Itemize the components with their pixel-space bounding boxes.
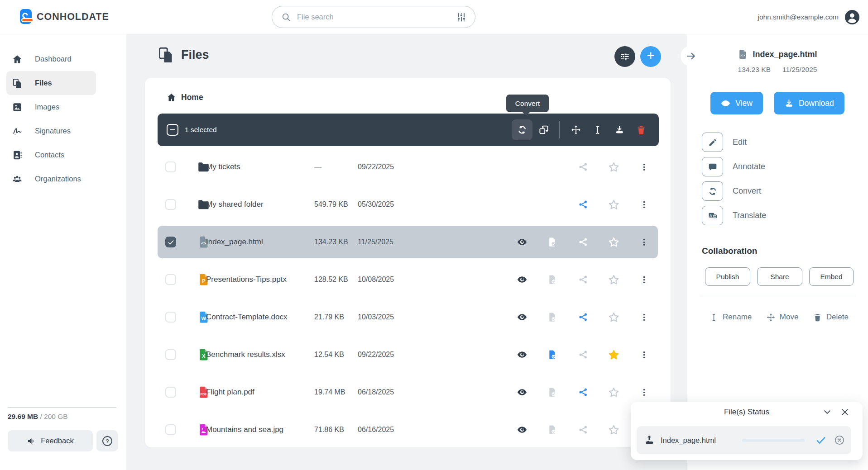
table-row[interactable]: My tickets—09/22/2025 xyxy=(158,151,658,183)
favorite-button[interactable] xyxy=(604,383,623,401)
details-actions: EditAnnotateConvertATranslate xyxy=(702,133,868,225)
favorite-button[interactable] xyxy=(604,233,623,251)
table-row[interactable]: WContract-Template.docx21.79 KB10/03/202… xyxy=(158,301,658,333)
table-row[interactable]: XBenchmark results.xlsx12.54 KB09/22/202… xyxy=(158,338,658,371)
share-button[interactable] xyxy=(574,421,592,439)
edit-action[interactable]: Edit xyxy=(702,133,868,152)
view-button[interactable]: View xyxy=(710,92,763,114)
share-button[interactable] xyxy=(574,233,592,251)
row-checkbox[interactable] xyxy=(165,387,176,398)
collapse-panel-button[interactable] xyxy=(681,46,701,66)
table-row[interactable]: PDFFlight plan.pdf19.74 MB06/18/2025 xyxy=(158,376,658,408)
favorite-button[interactable] xyxy=(604,308,623,326)
translate-action-box[interactable]: A xyxy=(702,206,723,225)
merge-tool-button[interactable] xyxy=(533,119,554,140)
row-checkbox[interactable] xyxy=(165,237,176,247)
cancel-upload-icon[interactable] xyxy=(834,435,845,446)
select-all-checkbox[interactable] xyxy=(167,124,178,136)
file-check-button[interactable] xyxy=(543,346,561,364)
translate-action[interactable]: ATranslate xyxy=(702,206,868,225)
add-button[interactable]: + xyxy=(640,46,661,67)
row-checkbox[interactable] xyxy=(165,274,176,285)
row-menu-button[interactable] xyxy=(635,383,653,401)
storage-total: / 200 GB xyxy=(38,413,67,420)
sidebar-item-images[interactable]: Images xyxy=(6,95,96,119)
row-menu-button[interactable] xyxy=(635,346,653,364)
move-tool-button[interactable] xyxy=(566,119,586,140)
favorite-button[interactable] xyxy=(604,195,623,214)
convert-tool-button[interactable] xyxy=(512,119,532,140)
share-button[interactable]: Share xyxy=(757,267,802,286)
feedback-button[interactable]: Feedback xyxy=(8,430,93,451)
row-menu-button[interactable] xyxy=(635,233,653,251)
breadcrumb[interactable]: Home xyxy=(167,93,203,102)
favorite-button[interactable] xyxy=(604,158,623,176)
delete-tool-button[interactable] xyxy=(631,119,652,140)
favorite-button[interactable] xyxy=(604,271,623,289)
file-check-button[interactable] xyxy=(543,383,561,401)
delete-icon xyxy=(636,125,646,135)
convert-action-box[interactable] xyxy=(702,181,723,201)
file-check-button[interactable] xyxy=(543,308,561,326)
annotate-action[interactable]: Annotate xyxy=(702,157,868,176)
share-button[interactable] xyxy=(574,346,592,364)
share-button[interactable] xyxy=(574,383,592,401)
favorite-button[interactable] xyxy=(604,346,623,364)
row-checkbox[interactable] xyxy=(165,312,176,323)
sidebar-item-signatures[interactable]: Signatures xyxy=(6,119,96,143)
rename-bottom-action[interactable]: Rename xyxy=(710,313,752,322)
row-checkbox[interactable] xyxy=(165,424,176,435)
preview-button[interactable] xyxy=(513,421,531,439)
table-row[interactable]: PPresentations-Tips.pptx128.52 KB10/08/2… xyxy=(158,263,658,296)
annotate-action-box[interactable] xyxy=(702,157,723,176)
share-button[interactable] xyxy=(574,271,592,289)
avatar[interactable] xyxy=(845,10,859,24)
rename-tool-button[interactable] xyxy=(587,119,608,140)
sidebar-item-dashboard[interactable]: Dashboard xyxy=(6,47,96,71)
convert-action[interactable]: Convert xyxy=(702,181,868,201)
star-icon xyxy=(608,237,619,248)
edit-action-box[interactable] xyxy=(702,133,723,152)
row-checkbox[interactable] xyxy=(165,349,176,360)
share-button[interactable] xyxy=(574,308,592,326)
table-row[interactable]: <>Index_page.html134.23 KB11/25/2025 xyxy=(158,226,658,258)
preview-button[interactable] xyxy=(513,346,531,364)
share-button[interactable] xyxy=(574,158,592,176)
file-check-button[interactable] xyxy=(543,233,561,251)
file-check-button[interactable] xyxy=(543,421,561,439)
table-row[interactable]: My shared folder549.79 KB05/30/2025 xyxy=(158,188,658,221)
publish-button[interactable]: Publish xyxy=(705,267,750,286)
search-filter-icon[interactable] xyxy=(456,12,467,23)
sidebar-item-organizations[interactable]: Organizations xyxy=(6,167,96,191)
close-icon[interactable] xyxy=(840,408,849,417)
row-checkbox[interactable] xyxy=(165,199,176,210)
row-menu-button[interactable] xyxy=(635,271,653,289)
preview-button[interactable] xyxy=(513,271,531,289)
delete-bottom-action[interactable]: Delete xyxy=(813,313,849,322)
action-label: Convert xyxy=(733,186,761,196)
row-checkbox[interactable] xyxy=(165,161,176,172)
chevron-down-icon[interactable] xyxy=(823,408,832,417)
preview-button[interactable] xyxy=(513,308,531,326)
sidebar-item-contacts[interactable]: Contacts xyxy=(6,143,96,167)
table-row[interactable]: Mountains and sea.jpg71.86 KB06/16/2025 xyxy=(158,413,658,446)
list-settings-button[interactable] xyxy=(614,46,635,67)
search-input[interactable] xyxy=(297,13,450,21)
upload-progress-bar xyxy=(742,439,805,442)
file-check-button[interactable] xyxy=(543,271,561,289)
sidebar-item-files[interactable]: Files xyxy=(6,71,96,95)
row-menu-button[interactable] xyxy=(635,195,653,214)
file-date: 05/30/2025 xyxy=(358,200,394,209)
embed-button[interactable]: Embed xyxy=(809,267,854,286)
download-button[interactable]: Download xyxy=(774,92,844,114)
preview-button[interactable] xyxy=(513,233,531,251)
row-menu-button[interactable] xyxy=(635,158,653,176)
move-bottom-action[interactable]: Move xyxy=(767,313,799,322)
row-menu-button[interactable] xyxy=(635,308,653,326)
preview-button[interactable] xyxy=(513,383,531,401)
share-button[interactable] xyxy=(574,195,592,214)
favorite-button[interactable] xyxy=(604,421,623,439)
download-tool-button[interactable] xyxy=(609,119,630,140)
brand-logo[interactable]: CONHOLDATE xyxy=(20,9,109,24)
help-button[interactable]: ? xyxy=(96,430,118,451)
